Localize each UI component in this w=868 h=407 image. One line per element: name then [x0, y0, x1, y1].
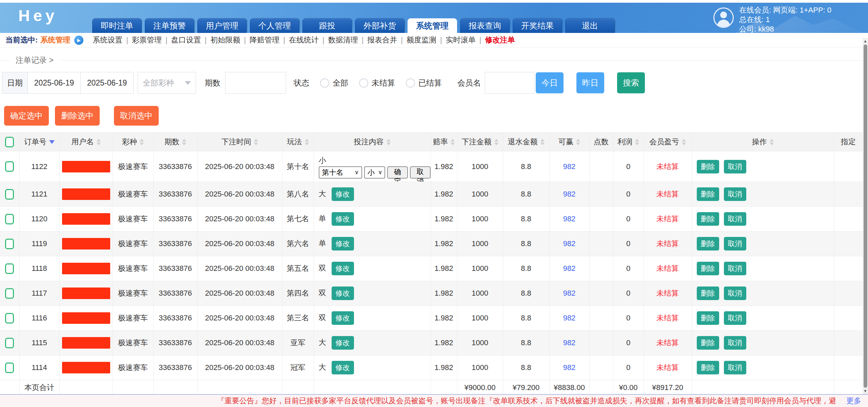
nav-tab-1[interactable]: 即时注单: [92, 18, 142, 33]
member-input[interactable]: [485, 72, 534, 94]
column-header-10[interactable]: 退水金额: [503, 133, 549, 151]
modify-button[interactable]: 修改: [332, 237, 354, 251]
possible-win-link[interactable]: 982: [563, 239, 576, 248]
scroll-up-arrow-icon[interactable]: ▲: [863, 38, 867, 44]
column-header-5[interactable]: 下注时间: [197, 133, 282, 151]
confirm-edit-button[interactable]: 确定: [387, 166, 408, 179]
nav-tab-10[interactable]: 退出: [565, 18, 615, 33]
subnav-link-10[interactable]: 实时滚单: [446, 35, 476, 45]
column-header-14[interactable]: 会员盈亏: [644, 133, 692, 151]
subnav-link-1[interactable]: 系统设置: [93, 35, 122, 45]
cancel-button[interactable]: 取消: [724, 187, 746, 201]
delete-button[interactable]: 删除: [697, 187, 719, 201]
delete-button[interactable]: 删除: [697, 262, 719, 275]
subnav-link-modify-orders[interactable]: 修改注单: [485, 35, 515, 45]
sort-icon[interactable]: [387, 139, 391, 145]
row-checkbox[interactable]: [5, 313, 14, 323]
cancel-button[interactable]: 取消: [724, 286, 746, 300]
delete-button[interactable]: 删除: [697, 237, 719, 251]
column-header-2[interactable]: 用户名: [59, 133, 113, 151]
cancel-button[interactable]: 取消: [724, 237, 746, 251]
column-header-9[interactable]: 下注金额: [457, 133, 503, 151]
sort-icon[interactable]: [182, 139, 186, 145]
possible-win-link[interactable]: 982: [563, 162, 576, 171]
status-radio-3[interactable]: 已结算: [406, 78, 442, 88]
delete-button[interactable]: 删除: [697, 311, 719, 325]
sort-icon[interactable]: [140, 139, 144, 145]
cancel-edit-button[interactable]: 取消: [410, 166, 431, 179]
cancel-button[interactable]: 取消: [724, 311, 746, 325]
cancel-selected-button[interactable]: 取消选中: [114, 106, 159, 126]
search-button[interactable]: 搜索: [617, 72, 645, 93]
sort-icon[interactable]: [635, 139, 639, 145]
column-header-7[interactable]: 投注内容: [314, 133, 431, 151]
subnav-link-8[interactable]: 报表合并: [367, 35, 397, 45]
lottery-select[interactable]: 全部彩种: [138, 72, 196, 94]
subnav-link-9[interactable]: 额度监测: [407, 35, 436, 45]
column-header-1[interactable]: 订单号: [19, 133, 59, 151]
nav-tab-5[interactable]: 跟投: [302, 18, 352, 33]
modify-button[interactable]: 修改: [332, 311, 354, 325]
nav-tab-3[interactable]: 用户管理: [197, 18, 247, 33]
possible-win-link[interactable]: 982: [563, 314, 576, 322]
select-all-checkbox[interactable]: [5, 137, 14, 147]
nav-tab-2[interactable]: 注单预警: [145, 18, 194, 33]
sort-icon[interactable]: [770, 139, 774, 145]
delete-button[interactable]: 删除: [697, 212, 719, 226]
status-radio-2[interactable]: 未结算: [359, 78, 395, 88]
modify-button[interactable]: 修改: [332, 212, 354, 226]
sort-icon[interactable]: [451, 139, 455, 145]
date-from-input[interactable]: [27, 72, 81, 94]
announcement-more-link[interactable]: 更多: [846, 396, 861, 406]
modify-button[interactable]: 修改: [332, 262, 354, 275]
row-checkbox[interactable]: [5, 338, 14, 348]
possible-win-link[interactable]: 982: [563, 215, 576, 223]
row-checkbox[interactable]: [5, 288, 14, 299]
sort-icon[interactable]: [305, 139, 309, 145]
today-button[interactable]: 今日: [536, 72, 564, 93]
sort-icon[interactable]: [540, 139, 545, 145]
possible-win-link[interactable]: 982: [563, 289, 576, 297]
row-checkbox[interactable]: [5, 363, 14, 373]
subnav-link-2[interactable]: 彩票管理: [132, 35, 162, 45]
nav-tab-8[interactable]: 报表查询: [460, 18, 510, 33]
column-header-13[interactable]: 利润: [613, 133, 644, 151]
delete-button[interactable]: 删除: [697, 286, 719, 300]
subnav-link-7[interactable]: 数据清理: [328, 35, 358, 45]
subnav-link-4[interactable]: 初始限额: [210, 35, 240, 45]
sort-icon[interactable]: [49, 140, 55, 144]
cancel-button[interactable]: 取消: [724, 361, 746, 374]
modify-button[interactable]: 修改: [332, 187, 354, 201]
go-icon[interactable]: ▶: [74, 36, 83, 45]
delete-button[interactable]: 删除: [697, 336, 719, 350]
modify-button[interactable]: 修改: [332, 361, 354, 374]
subnav-link-6[interactable]: 在线统计: [289, 35, 319, 45]
nav-tab-7[interactable]: 系统管理: [408, 18, 457, 33]
possible-win-link[interactable]: 982: [563, 190, 576, 198]
delete-button[interactable]: 删除: [697, 361, 719, 374]
column-header-15[interactable]: 操作: [692, 133, 834, 151]
cancel-button[interactable]: 取消: [724, 160, 746, 173]
column-header-8[interactable]: 赔率: [431, 133, 457, 151]
scroll-down-arrow-icon[interactable]: ▼: [863, 388, 867, 394]
sort-icon[interactable]: [576, 139, 580, 145]
cancel-button[interactable]: 取消: [724, 212, 746, 226]
cancel-button[interactable]: 取消: [724, 336, 746, 350]
row-checkbox[interactable]: [5, 239, 14, 249]
row-checkbox[interactable]: [5, 189, 14, 200]
row-checkbox[interactable]: [5, 263, 14, 274]
confirm-selected-button[interactable]: 确定选中: [4, 106, 49, 126]
possible-win-link[interactable]: 982: [563, 338, 576, 347]
row-checkbox[interactable]: [5, 214, 14, 224]
column-header-6[interactable]: 玩法: [282, 133, 314, 151]
sort-icon[interactable]: [682, 139, 686, 145]
column-header-11[interactable]: 可赢: [549, 133, 589, 151]
cancel-button[interactable]: 取消: [724, 262, 746, 275]
status-radio-1[interactable]: 全部: [320, 78, 348, 88]
sort-icon[interactable]: [254, 139, 258, 145]
subnav-link-3[interactable]: 盘口设置: [171, 35, 201, 45]
date-to-input[interactable]: [80, 72, 134, 94]
sort-icon[interactable]: [97, 139, 101, 145]
sort-icon[interactable]: [494, 139, 498, 145]
nav-tab-9[interactable]: 开奖结果: [513, 18, 562, 33]
